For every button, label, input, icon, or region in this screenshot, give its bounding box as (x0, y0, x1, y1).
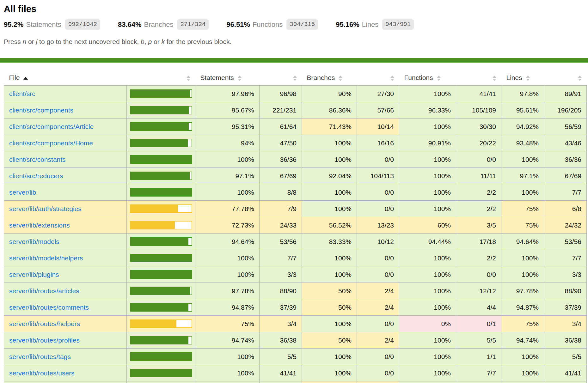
column-header-statements[interactable]: Statements (195, 70, 260, 86)
branches-fraction-cell: 27/30 (357, 86, 399, 102)
column-header-chart[interactable] (127, 70, 195, 86)
statements-fraction-cell: 8/8 (260, 184, 302, 201)
summary-item: 96.51% Functions 304/315 (226, 19, 318, 30)
column-header-functions[interactable]: Functions (399, 70, 456, 86)
coverage-bar-cell (127, 349, 195, 365)
file-link[interactable]: server/lib/routes/helpers (9, 320, 80, 327)
table-row: client/src 97.96% 96/98 90% 27/30 100% 4… (4, 86, 587, 102)
functions-pct-cell: 90.91% (399, 135, 456, 151)
file-link[interactable]: server/lib/routes/users (9, 369, 75, 377)
branches-pct-cell: 100% (302, 135, 357, 151)
statements-fraction-cell: 134/141 (260, 381, 302, 383)
functions-fraction-cell: 30/30 (456, 119, 501, 135)
file-cell: server/lib/routes/helpers (4, 316, 127, 332)
column-header-file[interactable]: File (4, 70, 127, 86)
lines-pct-cell: 97.1% (501, 168, 544, 184)
coverage-bar-empty (178, 205, 192, 212)
keyboard-hint: Press n or j to go to the next uncovered… (0, 30, 588, 46)
file-link[interactable]: client/src/reducers (9, 172, 63, 179)
sort-icon (187, 76, 190, 81)
file-cell: client/src/components/Home (4, 135, 127, 151)
file-link[interactable]: server/lib/extensions (9, 222, 70, 229)
file-link[interactable]: server/lib/routes/articles (9, 287, 79, 295)
file-link[interactable]: client/src/components/Home (9, 139, 93, 147)
statements-pct-cell: 100% (195, 184, 260, 201)
file-link[interactable]: client/src/components/Article (9, 123, 94, 130)
sort-icon (493, 76, 496, 81)
functions-pct-cell: 100% (399, 365, 456, 381)
statements-fraction-cell: 36/38 (260, 332, 302, 349)
sort-ascending-icon (23, 77, 28, 80)
lines-fraction-cell: 3/3 (544, 266, 587, 283)
coverage-bar-cell (127, 381, 195, 383)
branches-pct-cell: 100% (302, 184, 357, 201)
summary-item: 95.16% Lines 943/991 (336, 19, 414, 30)
coverage-bar-fill (131, 287, 190, 295)
branches-pct-cell: 71.43% (302, 119, 357, 135)
file-link[interactable]: client/src/components (9, 106, 73, 114)
coverage-bar (130, 287, 192, 295)
lines-fraction-cell: 128/135 (544, 381, 587, 383)
functions-pct-cell: 100% (399, 250, 456, 266)
lines-pct-cell: 93.48% (501, 135, 544, 151)
functions-fraction-cell: 17/18 (456, 234, 501, 250)
branches-fraction-cell: 2/4 (357, 283, 399, 299)
summary-label: Statements (26, 21, 61, 29)
lines-pct-cell: 94.92% (501, 119, 544, 135)
statements-fraction-cell: 41/41 (260, 365, 302, 381)
file-link[interactable]: server/lib/models (9, 238, 59, 245)
file-link[interactable]: server/lib/auth/strategies (9, 205, 82, 212)
file-link[interactable]: server/lib/models/helpers (9, 254, 83, 262)
summary-item: 95.2% Statements 992/1042 (4, 19, 100, 30)
lines-fraction-cell: 43/46 (544, 135, 587, 151)
file-link[interactable]: server/lib/routes/profiles (9, 337, 80, 344)
functions-pct-cell: 100% (399, 299, 456, 316)
column-header-branches[interactable]: Branches (302, 70, 357, 86)
coverage-bar-empty (189, 123, 192, 130)
coverage-table-body: client/src 97.96% 96/98 90% 27/30 100% 4… (4, 86, 587, 383)
statements-pct-cell: 75% (195, 316, 260, 332)
coverage-bar-cell (127, 299, 195, 316)
sort-icon (578, 76, 582, 81)
functions-fraction-cell: 41/41 (456, 86, 501, 102)
statements-pct-cell: 77.78% (195, 201, 260, 217)
file-cell: client/src (4, 86, 127, 102)
branches-pct-cell: 100% (302, 151, 357, 168)
table-row: server/lib/auth/strategies 77.78% 7/9 10… (4, 201, 587, 217)
functions-pct-cell: 94.44% (399, 234, 456, 250)
file-link[interactable]: server/lib/plugins (9, 271, 59, 278)
column-header-functions-raw[interactable] (456, 70, 501, 86)
coverage-bar (130, 122, 192, 131)
hint-text: for the previous block. (165, 38, 231, 45)
file-link[interactable]: server/lib/routes/tags (9, 353, 71, 360)
statements-fraction-cell: 3/4 (260, 316, 302, 332)
statements-pct-cell: 95.04% (195, 381, 260, 383)
column-header-lines[interactable]: Lines (501, 70, 544, 86)
table-row: client/src/components/Article 95.31% 61/… (4, 119, 587, 135)
file-cell: client/src/reducers (4, 168, 127, 184)
functions-pct-cell: 100% (399, 184, 456, 201)
column-label-lines: Lines (506, 74, 522, 81)
coverage-bar-cell (127, 250, 195, 266)
lines-pct-cell: 95.61% (501, 102, 544, 119)
branches-fraction-cell: 0/0 (357, 250, 399, 266)
statements-pct-cell: 72.73% (195, 217, 260, 234)
file-cell: server/lib/routes/comments (4, 299, 127, 316)
file-cell: server/lib/routes/users (4, 365, 127, 381)
coverage-bar-fill (131, 337, 188, 344)
file-link[interactable]: client/src (9, 90, 35, 97)
coverage-bar (130, 319, 192, 328)
lines-pct-cell: 75% (501, 201, 544, 217)
column-header-lines-raw[interactable] (544, 70, 587, 86)
file-link[interactable]: server/lib/routes/comments (9, 304, 89, 311)
branches-fraction-cell: 0/0 (357, 266, 399, 283)
column-header-statements-raw[interactable] (260, 70, 302, 86)
branches-pct-cell: 75% (302, 381, 357, 383)
table-row: server/lib/plugins 100% 3/3 100% 0/0 100… (4, 266, 587, 283)
file-link[interactable]: client/src/constants (9, 156, 66, 163)
file-link[interactable]: server/lib (9, 189, 36, 196)
column-header-branches-raw[interactable] (357, 70, 399, 86)
functions-fraction-cell: 4/4 (456, 299, 501, 316)
coverage-bar-fill (131, 90, 190, 97)
table-row: server/lib/routes/helpers 75% 3/4 100% 0… (4, 316, 587, 332)
